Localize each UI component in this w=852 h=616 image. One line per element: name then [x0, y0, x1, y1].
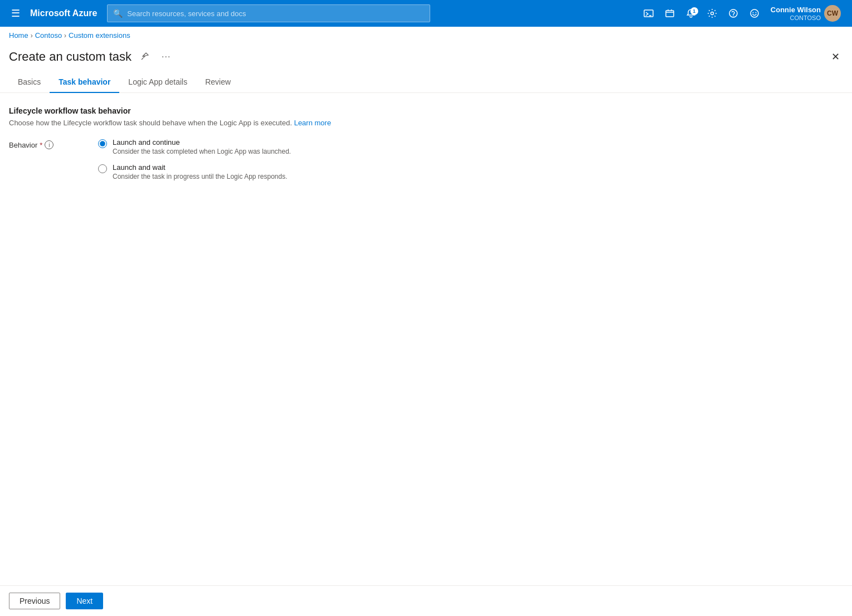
breadcrumb: Home › Contoso › Custom extensions: [0, 27, 852, 44]
more-options-button[interactable]: ···: [158, 50, 174, 64]
svg-point-5: [733, 16, 734, 17]
tabs: Basics Task behavior Logic App details R…: [0, 72, 852, 93]
info-icon: i: [45, 140, 53, 149]
breadcrumb-sep-1: ›: [31, 32, 33, 40]
radio-group: Launch and continue Consider the task co…: [98, 138, 291, 180]
behavior-label: Behavior * i: [9, 138, 76, 149]
avatar: CW: [824, 5, 841, 22]
tab-logic-app-details[interactable]: Logic App details: [119, 72, 196, 93]
svg-point-8: [755, 12, 756, 13]
radio-launch-wait[interactable]: [98, 164, 107, 173]
settings-button[interactable]: [703, 5, 722, 22]
search-input[interactable]: [127, 9, 424, 18]
breadcrumb-contoso[interactable]: Contoso: [35, 31, 62, 40]
section-title: Lifecycle workflow task behavior: [9, 106, 843, 115]
svg-rect-2: [666, 11, 674, 17]
radio-option-launch-continue: Launch and continue Consider the task co…: [98, 138, 291, 155]
tab-task-behavior[interactable]: Task behavior: [50, 72, 119, 93]
behavior-form-row: Behavior * i Launch and continue Conside…: [9, 138, 843, 180]
topbar-icons: 1 Connie Wilson: [639, 3, 845, 24]
help-button[interactable]: [724, 5, 743, 22]
brand-name: Microsoft Azure: [30, 8, 97, 18]
directory-button[interactable]: [660, 5, 679, 22]
user-org: CONTOSO: [771, 14, 821, 21]
svg-point-6: [751, 9, 758, 17]
pin-button[interactable]: [137, 50, 153, 65]
required-marker: *: [40, 141, 42, 149]
svg-point-7: [752, 12, 753, 13]
search-icon: 🔍: [113, 9, 123, 18]
user-profile[interactable]: Connie Wilson CONTOSO CW: [766, 3, 845, 24]
close-button[interactable]: ✕: [828, 48, 843, 65]
learn-more-link[interactable]: Learn more: [294, 119, 331, 127]
radio-option-launch-wait: Launch and wait Consider the task in pro…: [98, 163, 291, 180]
hamburger-menu-button[interactable]: ☰: [7, 4, 25, 23]
breadcrumb-home[interactable]: Home: [9, 31, 28, 40]
search-bar: 🔍: [107, 4, 430, 22]
radio-launch-wait-desc: Consider the task in progress until the …: [113, 173, 288, 180]
main-content: Lifecycle workflow task behavior Choose …: [0, 93, 852, 203]
radio-launch-continue[interactable]: [98, 139, 107, 148]
page-title-row: Create an custom task ···: [9, 50, 174, 65]
radio-launch-wait-label[interactable]: Launch and wait: [113, 163, 288, 172]
notification-badge: 1: [690, 7, 698, 15]
feedback-button[interactable]: [745, 5, 764, 22]
radio-launch-continue-label[interactable]: Launch and continue: [113, 138, 291, 146]
section-description: Choose how the Lifecycle workflow task s…: [9, 119, 843, 127]
breadcrumb-sep-2: ›: [64, 32, 66, 40]
tab-basics[interactable]: Basics: [9, 72, 50, 93]
topbar: ☰ Microsoft Azure 🔍 1: [0, 0, 852, 27]
svg-point-3: [710, 12, 713, 15]
tab-review[interactable]: Review: [196, 72, 240, 93]
cloud-shell-button[interactable]: [639, 5, 658, 22]
radio-launch-continue-desc: Consider the task completed when Logic A…: [113, 148, 291, 155]
breadcrumb-custom-extensions[interactable]: Custom extensions: [69, 31, 130, 40]
user-name: Connie Wilson: [771, 6, 821, 14]
svg-rect-0: [644, 10, 653, 17]
notifications-button[interactable]: 1: [681, 5, 700, 22]
page-header: Create an custom task ··· ✕: [0, 44, 852, 72]
page-title: Create an custom task: [9, 50, 132, 64]
